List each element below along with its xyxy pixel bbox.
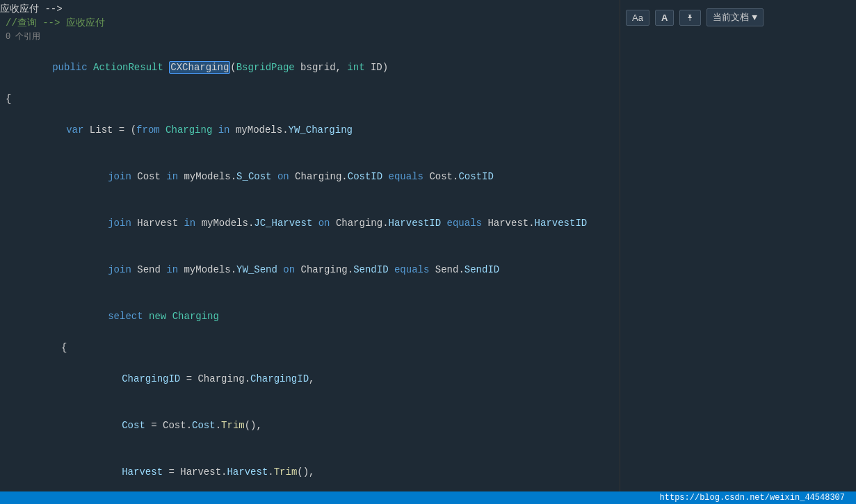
code-line-7: join Harvest in myModels.JC_Harvest on C… [0,200,620,246]
editor-area: 应收应付 --> //查询 --> 应收应付 0 个引用 public Acti… [0,0,856,491]
harvest-field: Harvest = Harvest.Harvest.Trim(), [70,449,315,491]
cost-field: Cost = Cost.Cost.Trim(), [70,403,262,449]
var-list: var List = (from Charging in myModels.YW… [14,106,353,153]
code-line-4: { [0,91,620,106]
dropdown-arrow-icon: ▼ [752,13,757,23]
code-line-10: { [0,340,620,355]
right-panel-toolbar: Aa A 🖈 当前文档 ▼ [626,6,850,29]
font-button[interactable]: A [655,10,674,26]
brace-open-1: { [0,91,11,106]
status-url: https://blog.csdn.net/weixin_44548307 [660,493,845,503]
select-new: select new Charging [56,293,219,340]
ref-count: 0 个引用 [0,31,40,44]
method-signature: public ActionResult CXCharging(BsgridPag… [0,44,388,91]
brace-open-2: { [56,340,67,355]
current-doc-label: 当前文档 [713,11,749,24]
join-harvest: join Harvest in myModels.JC_Harvest on C… [56,200,587,246]
code-line-2: 0 个引用 [0,31,620,44]
code-line-13: Harvest = Harvest.Harvest.Trim(), [0,449,620,491]
code-line-5: var List = (from Charging in myModels.YW… [0,106,620,153]
join-cost: join Cost in myModels.S_Cost on Charging… [56,153,494,200]
code-line-6: join Cost in myModels.S_Cost on Charging… [0,153,620,200]
pin-button[interactable]: 🖈 [679,10,701,26]
code-line-8: join Send in myModels.YW_Send on Chargin… [0,247,620,293]
status-bar: https://blog.csdn.net/weixin_44548307 [0,491,856,504]
join-send: join Send in myModels.YW_Send on Chargin… [56,247,499,293]
code-line-1: //查询 --> 应收应付 [0,15,620,31]
code-line-12: Cost = Cost.Cost.Trim(), [0,403,620,449]
code-line-9: select new Charging [0,293,620,340]
comment-line: //查询 --> 应收应付 [0,15,105,31]
charging-id: ChargingID = Charging.ChargingID, [70,355,314,402]
aa-button[interactable]: Aa [626,10,649,26]
code-line-11: ChargingID = Charging.ChargingID, [0,355,620,402]
current-doc-dropdown[interactable]: 当前文档 ▼ [706,8,764,26]
code-line-3: public ActionResult CXCharging(BsgridPag… [0,44,620,91]
code-panel: 应收应付 --> //查询 --> 应收应付 0 个引用 public Acti… [0,0,620,491]
right-panel: Aa A 🖈 当前文档 ▼ [620,0,856,491]
